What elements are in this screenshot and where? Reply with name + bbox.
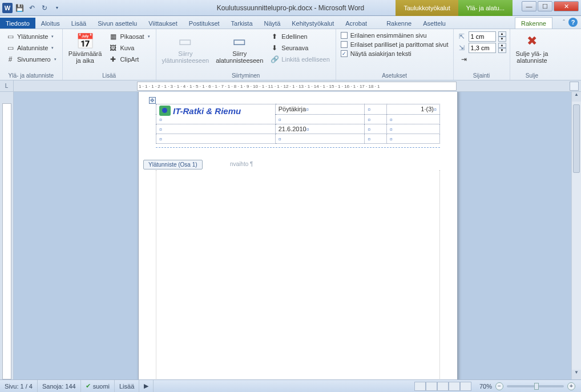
table-move-handle[interactable]: ✥	[149, 97, 156, 104]
vertical-ruler-column	[0, 92, 14, 379]
zoom-level[interactable]: 70%	[479, 383, 492, 390]
tab-hf-design[interactable]: Rakenne	[515, 17, 552, 29]
cell-date[interactable]: 21.6.2010¤	[275, 124, 365, 134]
document-scroll[interactable]: ✥ IT-Ratki & Riemu ¤ Pöytäkirja¤ ¤ 1·(3)…	[14, 92, 581, 379]
group-insert: 📅 Päivämäärä ja aika ▦Pikaosat▾ 🖼Kuva ✚C…	[63, 29, 156, 80]
group-close: ✖ Sulje ylä- ja alatunniste Sulje	[510, 29, 554, 80]
table-row[interactable]: IT-Ratki & Riemu ¤ Pöytäkirja¤ ¤ 1·(3)¤	[156, 104, 440, 115]
header-from-top-input[interactable]: ⇱▲▼	[457, 31, 506, 42]
qat-customize-icon[interactable]: ▼	[51, 2, 63, 14]
minimize-button[interactable]: —	[522, 1, 536, 11]
previous-button[interactable]: ⬆Edellinen	[268, 31, 332, 42]
save-icon[interactable]: 💾	[14, 2, 25, 14]
ribbon-tabs: Tiedosto Aloitus Lisää Sivun asettelu Vi…	[0, 16, 581, 29]
word-icon[interactable]: W	[2, 3, 13, 13]
insert-aligntab-button[interactable]: ⇥	[457, 54, 506, 65]
cell-empty[interactable]: ¤	[365, 104, 387, 115]
zoom-slider-thumb[interactable]	[534, 383, 539, 390]
clipart-button[interactable]: ✚ClipArt	[106, 54, 152, 65]
zoom-in-button[interactable]: +	[567, 382, 575, 390]
header-icon: ▭	[6, 32, 15, 41]
table-tools-header: Taulukkotyökalut	[396, 0, 458, 16]
undo-icon[interactable]: ↶	[26, 2, 38, 14]
next-button[interactable]: ⬇Seuraava	[268, 42, 332, 54]
pagenumber-button[interactable]: #Sivunumero▾	[3, 54, 59, 65]
vertical-ruler[interactable]	[2, 103, 11, 379]
link-previous-button[interactable]: 🔗Linkitä edelliseen	[268, 54, 332, 65]
help-button[interactable]: ?	[568, 18, 578, 27]
picture-button[interactable]: 🖼Kuva	[106, 42, 152, 54]
page[interactable]: ✥ IT-Ratki & Riemu ¤ Pöytäkirja¤ ¤ 1·(3)…	[138, 92, 458, 379]
quickparts-icon: ▦	[108, 32, 118, 41]
goto-header-button[interactable]: ▭ Siirry ylätunnisteeseen	[160, 31, 212, 65]
different-first-checkbox[interactable]: Erilainen ensimmäinen sivu	[340, 31, 450, 40]
footer-from-bottom-input[interactable]: ⇲▲▼	[457, 42, 506, 54]
tab-view[interactable]: Näytä	[259, 18, 287, 29]
view-fullscreen[interactable]	[426, 382, 437, 391]
tab-references[interactable]: Viittaukset	[143, 18, 183, 29]
cell-company[interactable]: IT-Ratki & Riemu ¤	[156, 104, 276, 124]
quickparts-button[interactable]: ▦Pikaosat▾	[106, 31, 152, 42]
close-button[interactable]: ✕	[554, 1, 579, 11]
tab-selector[interactable]: L	[0, 80, 14, 92]
view-draft[interactable]	[460, 382, 471, 391]
tab-home[interactable]: Aloitus	[35, 18, 66, 29]
section-break-marker: nvaihto ¶	[230, 161, 253, 167]
ruler-toggle-button[interactable]	[570, 82, 579, 91]
table-row[interactable]: ¤ 21.6.2010¤ ¤¤	[156, 124, 440, 134]
tab-acrobat[interactable]: Acrobat	[340, 18, 373, 29]
group-header-footer: ▭Ylätunniste▾ ▭Alatunniste▾ #Sivunumero▾…	[0, 29, 63, 80]
header-area[interactable]: ✥ IT-Ratki & Riemu ¤ Pöytäkirja¤ ¤ 1·(3)…	[156, 104, 440, 148]
header-table[interactable]: IT-Ratki & Riemu ¤ Pöytäkirja¤ ¤ 1·(3)¤ …	[156, 104, 440, 144]
scroll-thumb[interactable]	[573, 104, 580, 173]
datetime-button[interactable]: 📅 Päivämäärä ja aika	[66, 31, 104, 65]
status-macro[interactable]: ▶	[139, 380, 154, 392]
view-outline[interactable]	[449, 382, 460, 391]
header-button[interactable]: ▭Ylätunniste▾	[3, 31, 59, 42]
status-page[interactable]: Sivu: 1 / 4	[0, 380, 38, 392]
show-doc-text-checkbox[interactable]: ✓Näytä asiakirjan teksti	[340, 49, 450, 58]
tab-mailings[interactable]: Postitukset	[183, 18, 225, 29]
view-web[interactable]	[437, 382, 449, 391]
footer-button[interactable]: ▭Alatunniste▾	[3, 42, 59, 54]
link-icon: 🔗	[270, 55, 279, 64]
redo-icon[interactable]: ↻	[39, 2, 50, 14]
previous-icon: ⬆	[270, 32, 279, 41]
different-oddeven-checkbox[interactable]: Erilaiset parilliset ja parittomat sivut	[340, 40, 450, 49]
tab-table-design[interactable]: Rakenne	[381, 18, 417, 29]
horizontal-ruler[interactable]: 1 · 1 · 1 · 2 · 1 · 3 · 1 · 4 · 1 · 5 · …	[137, 82, 457, 91]
body-margin-guides	[156, 170, 440, 379]
goto-footer-button[interactable]: ▭ Siirry alatunnisteeseen	[213, 31, 265, 65]
table-row[interactable]: ¤¤¤¤	[156, 134, 440, 144]
close-header-footer-button[interactable]: ✖ Sulje ylä- ja alatunniste	[514, 31, 551, 65]
view-print-layout[interactable]	[414, 382, 426, 391]
tab-pagelayout[interactable]: Sivun asettelu	[92, 18, 143, 29]
clipart-icon: ✚	[108, 55, 118, 64]
maximize-button[interactable]: ☐	[538, 1, 552, 11]
status-insert-mode[interactable]: Lisää	[115, 380, 139, 392]
tab-insert[interactable]: Lisää	[66, 18, 92, 29]
close-icon: ✖	[523, 32, 541, 50]
tab-developer[interactable]: Kehitystyökalut	[286, 18, 340, 29]
tab-icon: ⇥	[459, 55, 469, 64]
ribbon: ▭Ylätunniste▾ ▭Alatunniste▾ #Sivunumero▾…	[0, 29, 581, 80]
tab-file[interactable]: Tiedosto	[0, 18, 35, 29]
ruler-row: L 1 · 1 · 1 · 2 · 1 · 3 · 1 · 4 · 1 · 5 …	[0, 80, 581, 92]
calendar-icon: 📅	[76, 32, 94, 50]
cell-pagecount[interactable]: 1·(3)¤	[386, 104, 439, 115]
status-wordcount[interactable]: Sanoja: 144	[38, 380, 81, 392]
status-language[interactable]: ✔suomi	[81, 380, 115, 392]
tab-review[interactable]: Tarkista	[225, 18, 259, 29]
proofing-icon: ✔	[86, 382, 91, 390]
tab-table-layout[interactable]: Asettelu	[417, 18, 451, 29]
contextual-tab-headers: Taulukkotyökalut Ylä- ja alatu...	[396, 0, 513, 16]
zoom-out-button[interactable]: −	[495, 382, 503, 390]
header-footer-tools-header: Ylä- ja alatu...	[458, 0, 513, 16]
vertical-scrollbar[interactable]: ▲ ▼	[571, 92, 581, 379]
view-buttons	[412, 382, 474, 391]
scroll-up-button[interactable]: ▲	[572, 92, 581, 102]
minimize-ribbon-icon[interactable]: ˆ	[563, 19, 565, 26]
cell-title[interactable]: Pöytäkirja¤	[275, 104, 365, 115]
zoom-slider[interactable]	[507, 385, 564, 387]
scroll-down-button[interactable]: ▼	[572, 370, 581, 379]
